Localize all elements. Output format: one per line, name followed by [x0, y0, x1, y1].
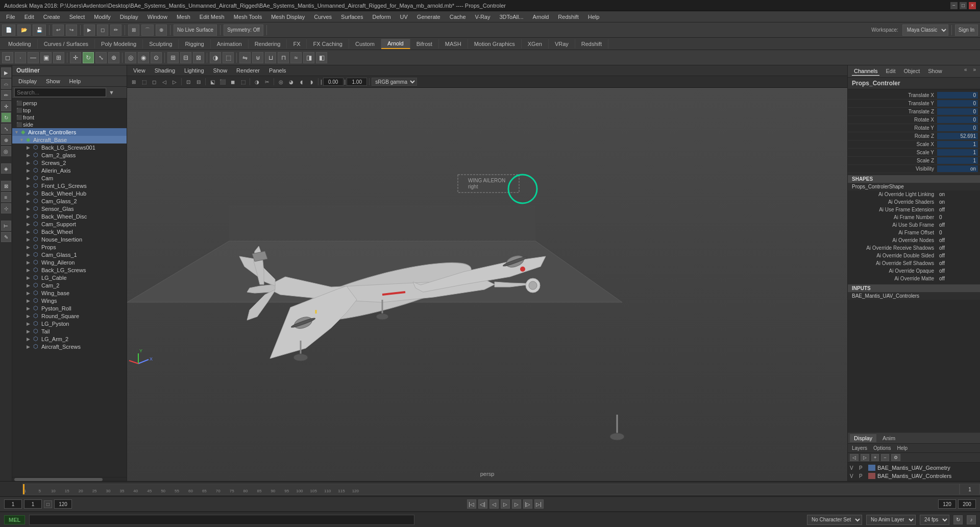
new-scene-button[interactable]: 📄	[2, 25, 15, 36]
frame-val-input1[interactable]	[323, 78, 344, 86]
fit-view-btn[interactable]: ⬚	[139, 77, 149, 86]
range-end-marker[interactable]: 1	[960, 484, 980, 495]
menu-cache[interactable]: Cache	[446, 13, 470, 21]
tree-item-sensor-glas[interactable]: ▶ ⬡ Sensor_Glas	[12, 205, 127, 212]
attr-value[interactable]: off	[937, 260, 978, 267]
menu-vray[interactable]: V-Ray	[471, 13, 495, 21]
tab-poly-modeling[interactable]: Poly Modeling	[95, 39, 143, 49]
outliner-menu-help[interactable]: Help	[65, 77, 85, 85]
menu-redshift[interactable]: Redshift	[554, 13, 582, 21]
menu-mesh-display[interactable]: Mesh Display	[267, 13, 309, 21]
wireframe-btn[interactable]: ⬚	[223, 52, 234, 63]
menu-uv[interactable]: UV	[396, 13, 412, 21]
multicut-btn[interactable]: ✂	[262, 77, 272, 86]
tree-item-round-square[interactable]: ▶ ⬡ Round_Square	[12, 312, 127, 320]
edge-mode-btn[interactable]: —	[28, 52, 39, 63]
select-mode-btn[interactable]: ◻	[2, 52, 13, 63]
view-menu[interactable]: View	[129, 66, 150, 75]
redo-button[interactable]: ↪	[66, 25, 77, 36]
tab-redshift[interactable]: Redshift	[575, 39, 608, 49]
soft-select3-btn[interactable]: ⊙	[151, 52, 162, 63]
attr-value[interactable]: off	[937, 206, 978, 213]
snap-grid[interactable]: ⊞	[128, 25, 139, 36]
menu-deform[interactable]: Deform	[368, 13, 395, 21]
tree-item-cam-glass-1[interactable]: ▶ ⬡ Cam_Glass_1	[12, 251, 127, 258]
separate-btn[interactable]: ⊔	[265, 52, 276, 63]
face-mode-btn[interactable]: ▣	[40, 52, 52, 63]
gamma-dropdown[interactable]: sRGB gamma	[372, 78, 417, 86]
channels-tab[interactable]: Channels	[852, 67, 879, 76]
isolate-sel-btn[interactable]: ◑	[252, 77, 261, 86]
outliner-scrollbar-h[interactable]	[12, 477, 127, 481]
minimize-button[interactable]: −	[950, 2, 958, 9]
toggle-cam-btn[interactable]: ⊟	[194, 77, 203, 86]
prev-frame-btn[interactable]: ◁	[489, 499, 499, 509]
rotate-y-value[interactable]: 0	[937, 125, 978, 131]
menu-arnold[interactable]: Arnold	[529, 13, 553, 21]
mel-input[interactable]	[29, 515, 414, 525]
tree-item-nouse-insertion[interactable]: ▶ ⬡ Nouse_Insertion	[12, 235, 127, 243]
translate-x-value[interactable]: 0	[937, 92, 978, 99]
translate-y-value[interactable]: 0	[937, 100, 978, 107]
show-tab[interactable]: Show	[926, 67, 944, 76]
universal-btn[interactable]: ⊕	[108, 52, 119, 63]
menu-help[interactable]: Help	[584, 13, 604, 21]
tree-item-cam[interactable]: ▶ ⬡ Cam	[12, 174, 127, 182]
undo-button[interactable]: ↩	[53, 25, 64, 36]
tab-vray[interactable]: VRay	[549, 39, 575, 49]
tree-item-aircraft-base[interactable]: ▼ ◆ Aircraft_Base	[12, 136, 127, 143]
tree-item-lg-arm-2[interactable]: ▶ ⬡ LG_Arm_2	[12, 335, 127, 343]
flat-shade-btn[interactable]: ◼	[228, 77, 237, 86]
frame-val-input2[interactable]	[347, 78, 367, 86]
home-view-btn[interactable]: ⊞	[129, 77, 138, 86]
layer-p-check[interactable]: P	[859, 473, 866, 479]
menu-mesh[interactable]: Mesh	[173, 13, 194, 21]
paint-tool[interactable]: ✏	[110, 25, 121, 36]
tab-modeling[interactable]: Modeling	[2, 39, 38, 49]
tab-rendering[interactable]: Rendering	[249, 39, 287, 49]
tab-motion-graphics[interactable]: Motion Graphics	[468, 39, 522, 49]
next-layer-btn[interactable]: ▷	[861, 454, 869, 461]
object-tab[interactable]: Object	[901, 67, 922, 76]
menu-select[interactable]: Select	[65, 13, 89, 21]
wireframe-on-shade[interactable]: ⬕	[208, 77, 217, 86]
refresh-btn[interactable]: ↻	[953, 515, 963, 524]
layers-menu[interactable]: Layers	[850, 445, 869, 451]
expand-right-icon[interactable]: »	[973, 67, 976, 76]
open-button[interactable]: 📂	[17, 25, 31, 36]
layer-p-check[interactable]: P	[859, 465, 866, 471]
shading-menu[interactable]: Shading	[151, 66, 179, 75]
attr-value[interactable]: on	[937, 199, 978, 205]
tree-item-lg-cable[interactable]: ▶ ⬡ LG_Cable	[12, 274, 127, 281]
rotate-z-value[interactable]: 52.691	[937, 133, 978, 139]
renderer-menu[interactable]: Renderer	[232, 66, 264, 75]
next-view-btn[interactable]: ▷	[170, 77, 179, 86]
tab-mash[interactable]: MASH	[439, 39, 468, 49]
bevel-btn[interactable]: ◨	[303, 52, 314, 63]
outliner-search-input[interactable]	[14, 88, 106, 97]
tree-item-props[interactable]: ▶ ⬡ Props	[12, 243, 127, 251]
menu-edit[interactable]: Edit	[20, 13, 38, 21]
paint-select-btn[interactable]: ✏	[1, 90, 11, 100]
maximize-button[interactable]: □	[960, 2, 967, 9]
dof-btn[interactable]: ◗	[307, 77, 316, 86]
tree-item-cam-support[interactable]: ▶ ⬡ Cam_Support	[12, 220, 127, 228]
attr-value[interactable]: off	[937, 245, 978, 251]
mirror-btn[interactable]: ⇋	[239, 52, 251, 63]
menu-3dtoall[interactable]: 3DToAll...	[495, 13, 527, 21]
tree-item-back-wheel-disc[interactable]: ▶ ⬡ Back_Wheel_Disc	[12, 212, 127, 220]
tree-item-wing-base[interactable]: ▶ ⬡ Wing_base	[12, 289, 127, 297]
outliner-menu-display[interactable]: Display	[14, 77, 41, 85]
prev-key-btn[interactable]: ◁|	[478, 499, 487, 509]
attr-value[interactable]: off	[937, 268, 978, 274]
select-tool[interactable]: ▶	[84, 25, 95, 36]
visibility-value[interactable]: on	[937, 165, 978, 172]
jump-start-btn[interactable]: |◁	[467, 499, 476, 509]
scale-z-value[interactable]: 1	[937, 157, 978, 164]
bounding-box-btn[interactable]: ⬚	[238, 77, 248, 86]
play-fwd-btn[interactable]: ▷	[501, 499, 510, 509]
annotation-btn[interactable]: ✎	[1, 232, 11, 242]
tree-item-cam2glass[interactable]: ▶ ⬡ Cam_2_glass	[12, 151, 127, 159]
menu-create[interactable]: Create	[39, 13, 64, 21]
shadow-btn[interactable]: ◕	[286, 77, 296, 86]
